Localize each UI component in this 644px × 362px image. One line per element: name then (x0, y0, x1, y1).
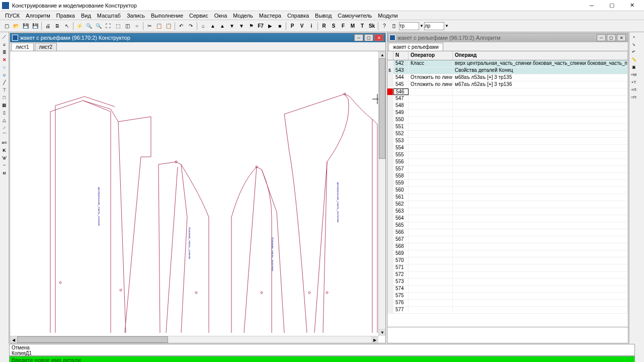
menu-output[interactable]: Вывод (312, 13, 335, 19)
m-button[interactable]: M (348, 22, 357, 31)
tool-draw-icon[interactable]: ╱ (0, 78, 9, 86)
tool-square-icon[interactable]: □ (0, 94, 9, 101)
grid-row[interactable]: 545Отложить по линиим67аъ л52аъ [+] 3 тр… (387, 81, 628, 88)
save-icon[interactable]: 💾 (21, 22, 30, 31)
rtool-undo-icon[interactable]: ↶ (629, 48, 638, 56)
f-button[interactable]: F (339, 22, 348, 31)
zoom-tool-icon[interactable]: ⚡ (75, 22, 84, 31)
f7-button[interactable]: F7 (256, 22, 265, 31)
grid-row[interactable]: $543Свойства деталей Конец (387, 67, 628, 74)
menu-view[interactable]: Вид (78, 13, 94, 19)
menu-run[interactable]: Выполнение (148, 13, 186, 19)
grid-row[interactable]: 572 (387, 272, 628, 279)
r-button[interactable]: R (319, 22, 329, 31)
panel-minimize-button[interactable]: ─ (597, 34, 606, 41)
menu-start[interactable]: ПУСК (2, 13, 23, 19)
tool-spline-icon[interactable]: ～ (0, 161, 9, 169)
grid-row[interactable]: 544Отложить по линиим68аъ л53аъ [+] 3 тр… (387, 74, 628, 81)
i-button[interactable]: i (307, 22, 316, 31)
cursor-icon[interactable]: ↖ (62, 22, 71, 31)
grid-row[interactable]: 548 (387, 103, 628, 110)
sk-button[interactable]: Sk (367, 22, 376, 31)
tool-circle-icon[interactable]: ○ (0, 63, 9, 71)
menu-edit[interactable]: Правка (53, 13, 78, 19)
panel-maximize-button[interactable]: ▢ (607, 34, 616, 41)
tool-line-icon[interactable]: ／ (0, 33, 9, 41)
menu-record[interactable]: Запись (124, 13, 148, 19)
grid-row[interactable]: 576 (387, 300, 628, 307)
tool-hlist-icon[interactable]: ≣ (0, 48, 9, 56)
refresh-icon[interactable]: ○ (132, 22, 141, 31)
zoom-in-icon[interactable]: 🔍 (85, 22, 94, 31)
grid-row[interactable]: 547 (387, 96, 628, 103)
scroll-left-icon[interactable]: ◀ (10, 336, 17, 343)
grid-row[interactable]: 556 (387, 159, 628, 166)
v-button[interactable]: V (297, 22, 306, 31)
cut-icon[interactable]: ✂ (145, 22, 154, 31)
grid-row[interactable]: 577 (387, 307, 628, 314)
grid-row[interactable]: 549 (387, 110, 628, 117)
rtool-p-icon[interactable]: +П (629, 86, 638, 94)
scroll-down-icon[interactable]: ▼ (379, 329, 385, 336)
grid-row[interactable]: 568 (387, 243, 628, 250)
vscroll-thumb[interactable] (379, 58, 385, 159)
menu-scale[interactable]: Масштаб (94, 13, 124, 19)
menu-masters[interactable]: Мастера (256, 13, 284, 19)
rtool-plus-icon[interactable]: ＋ (629, 33, 638, 41)
grid-row[interactable]: 571 (387, 264, 628, 272)
tool-arb-icon[interactable]: arb (0, 139, 9, 146)
tab-sheet2[interactable]: лист2 (35, 43, 57, 51)
grid-row[interactable]: 560 (387, 187, 628, 194)
toolbar-input-1[interactable] (399, 22, 419, 30)
save-as-icon[interactable]: 💾 (31, 22, 40, 31)
zoom-window-icon[interactable]: ⬚ (113, 22, 122, 31)
up-icon[interactable]: ▲ (208, 22, 217, 31)
tool-t-icon[interactable]: ⊤ (0, 86, 9, 94)
tab-sheet1[interactable]: лист1 (11, 43, 34, 51)
grid-row[interactable]: 551 (387, 124, 628, 131)
grid-row[interactable]: 567 (387, 236, 628, 243)
tool-m-icon[interactable]: м (0, 169, 9, 176)
stop-icon[interactable]: ■ (275, 22, 284, 31)
help-icon[interactable]: ? (380, 22, 389, 31)
grid-input-area[interactable] (387, 327, 628, 341)
grid-row[interactable]: 554 (387, 145, 628, 152)
prompt-bar[interactable]: Введите новое имя детали: (9, 356, 635, 362)
grid-row[interactable]: 550 (387, 117, 628, 124)
algorithm-tab[interactable]: жакет с рельефами (388, 43, 443, 51)
panel-close-button[interactable]: ✕ (374, 34, 383, 41)
window-close-button[interactable]: ✕ (622, 0, 642, 11)
zoom-select-icon[interactable]: ◫ (123, 22, 132, 31)
tool-k-icon[interactable]: K (0, 146, 9, 154)
tool-angle-icon[interactable]: △ (0, 116, 9, 124)
panel-maximize-button[interactable]: ▢ (364, 34, 373, 41)
t-button[interactable]: T (358, 22, 367, 31)
play-icon[interactable]: ▶ (266, 22, 275, 31)
canvas-vscrollbar[interactable]: ▲ ▼ (378, 51, 385, 336)
grid-row[interactable]: 542Классверх центральная_часть_спинки бо… (387, 60, 628, 67)
menu-tutorial[interactable]: Самоучитель (335, 13, 375, 19)
scroll-up-icon[interactable]: ▲ (379, 51, 385, 58)
print-icon[interactable]: 🖨 (43, 22, 52, 31)
rtool-arrow-icon[interactable]: ↘ (629, 41, 638, 48)
new-icon[interactable]: ▢ (2, 22, 11, 31)
p-button[interactable]: P (288, 22, 297, 31)
panel-minimize-button[interactable]: ─ (354, 34, 363, 41)
menu-algorithm[interactable]: Алгоритм (23, 13, 53, 19)
rtool-ruler-icon[interactable]: 📏 (629, 56, 638, 63)
grid-row[interactable]: 558 (387, 173, 628, 180)
grid-row[interactable]: 569 (387, 250, 628, 257)
s-button[interactable]: S (329, 22, 338, 31)
menu-model[interactable]: Модель (230, 13, 256, 19)
grid-row[interactable]: 555 (387, 152, 628, 159)
menu-help[interactable]: Справка (284, 13, 312, 19)
panel-close-button[interactable]: ✕ (617, 34, 626, 41)
tool-close-icon[interactable]: ✕ (0, 56, 9, 63)
canvas-hscrollbar[interactable]: ◀ ▶ (10, 336, 378, 343)
tool-arc-icon[interactable]: ⌒ (0, 131, 9, 139)
menu-service[interactable]: Сервис (186, 13, 211, 19)
copy-icon[interactable]: 📋 (154, 22, 164, 31)
rtool-n-icon[interactable]: =П (629, 94, 638, 101)
grid-row[interactable]: 570 (387, 257, 628, 264)
toolbar-input-2[interactable] (424, 22, 444, 30)
